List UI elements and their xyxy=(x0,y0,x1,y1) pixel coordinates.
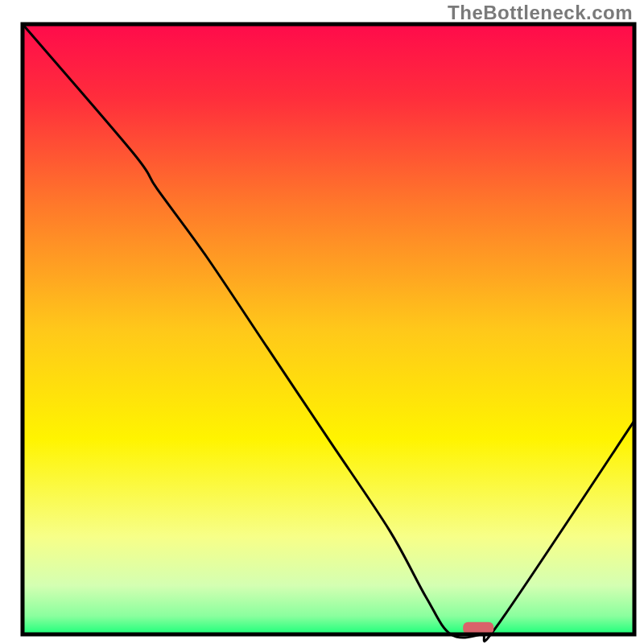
watermark-label: TheBottleneck.com xyxy=(448,2,633,24)
plot-background xyxy=(23,24,634,634)
bottleneck-chart xyxy=(0,0,644,644)
chart-container: TheBottleneck.com xyxy=(0,0,644,644)
